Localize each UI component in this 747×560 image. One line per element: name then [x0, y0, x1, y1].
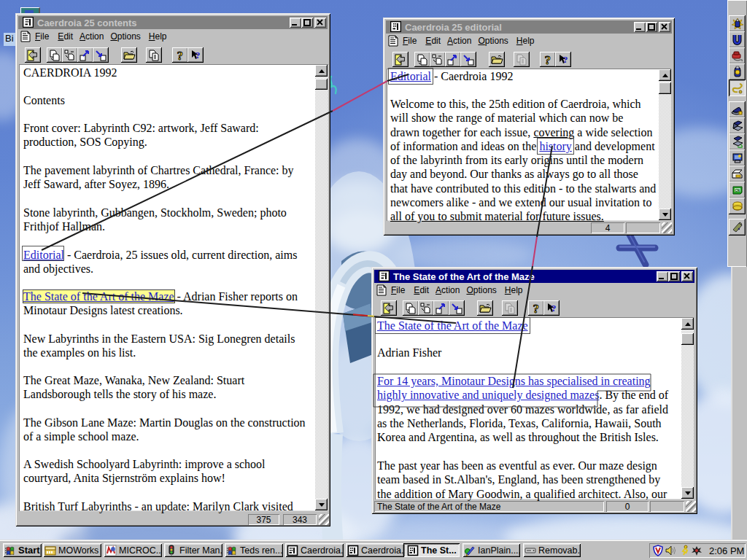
svg-text:?: ? [196, 50, 201, 61]
svg-text:?: ? [533, 303, 540, 314]
svg-text:?: ? [177, 50, 184, 61]
svg-text:?: ? [545, 54, 551, 66]
svg-text:?: ? [563, 54, 568, 65]
svg-text:?: ? [551, 303, 557, 314]
svg-text:CN: CN [735, 188, 740, 192]
